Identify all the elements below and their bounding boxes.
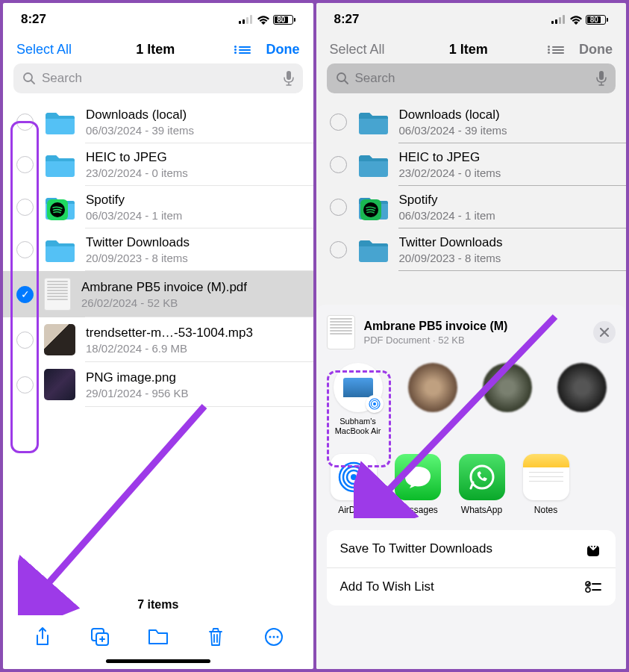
duplicate-button[interactable]: [90, 626, 110, 647]
share-thumbnail: [327, 315, 355, 349]
file-row[interactable]: Twitter Downloads20/09/2023 - 8 items: [3, 228, 313, 271]
annotation-arrow: [18, 399, 212, 615]
file-row[interactable]: HEIC to JPEG23/02/2024 - 0 items: [316, 143, 627, 186]
svg-rect-6: [287, 71, 291, 80]
share-apps: AirDrop Messages WhatsApp Notes: [327, 454, 616, 515]
file-meta: 23/02/2024 - 0 items: [86, 167, 303, 179]
svg-point-26: [351, 474, 357, 480]
file-name: Twitter Downloads: [399, 235, 616, 250]
app-notes[interactable]: Notes: [522, 454, 570, 515]
file-row[interactable]: Spotify06/03/2024 - 1 item: [316, 186, 627, 228]
svg-point-34: [586, 588, 590, 592]
file-name: Downloads (local): [399, 108, 616, 122]
item-count: 7 items: [3, 586, 313, 619]
folder-icon: [357, 110, 389, 135]
search-input[interactable]: Search: [13, 63, 303, 93]
file-row[interactable]: PNG image.png29/01/2024 - 956 KB: [3, 362, 313, 407]
image-thumbnail: [44, 369, 75, 400]
status-time: 8:27: [21, 12, 46, 27]
file-row[interactable]: Spotify06/03/2024 - 1 item: [3, 186, 313, 228]
file-row[interactable]: HEIC to JPEG23/02/2024 - 0 items: [3, 143, 313, 186]
checklist-icon: [584, 578, 602, 596]
download-icon: [584, 540, 602, 558]
search-placeholder: Search: [355, 71, 591, 86]
file-name: Twitter Downloads: [86, 235, 303, 250]
folder-icon: [44, 110, 75, 135]
airdrop-target-contact[interactable]: [404, 363, 461, 436]
file-meta: 06/03/2024 - 39 items: [399, 124, 616, 137]
airdrop-target-contact[interactable]: [554, 363, 610, 436]
list-view-icon[interactable]: [239, 46, 251, 54]
file-meta: 06/03/2024 - 1 item: [399, 209, 616, 222]
file-row[interactable]: Downloads (local)06/03/2024 - 39 items: [316, 101, 627, 143]
share-title: Ambrane PB5 invoice (M): [364, 320, 585, 333]
svg-rect-2: [246, 17, 248, 24]
whatsapp-icon: [467, 462, 497, 492]
file-name: Ambrane PB5 invoice (M).pdf: [81, 280, 303, 295]
file-row[interactable]: trendsetter-m…-53-1004.mp318/02/2024 - 6…: [3, 317, 313, 362]
more-button[interactable]: [263, 626, 284, 647]
selection-circle[interactable]: ✓: [16, 286, 34, 303]
file-row[interactable]: Downloads (local)06/03/2024 - 39 items: [3, 101, 313, 143]
share-button[interactable]: [32, 626, 53, 647]
selection-circle[interactable]: [16, 376, 34, 393]
close-icon: [600, 328, 609, 337]
selection-circle[interactable]: [16, 241, 34, 258]
selection-circle[interactable]: [16, 156, 34, 173]
folder-icon: [357, 237, 389, 263]
file-meta: 20/09/2023 - 8 items: [86, 252, 303, 264]
folder-icon: [357, 152, 389, 178]
file-row[interactable]: ✓Ambrane PB5 invoice (M).pdf26/02/2024 -…: [3, 271, 313, 317]
toolbar-title: 1 Item: [449, 42, 488, 57]
file-meta: 29/01/2024 - 956 KB: [86, 387, 303, 399]
toolbar: Select All 1 Item Done: [316, 36, 627, 63]
share-sheet: Ambrane PB5 invoice (M) PDF Document · 5…: [316, 305, 627, 669]
selection-circle[interactable]: [16, 199, 34, 216]
toolbar: Select All 1 Item Done: [3, 36, 313, 63]
svg-rect-15: [551, 21, 554, 24]
bottom-toolbar: [3, 619, 313, 647]
selection-circle[interactable]: [16, 113, 34, 131]
delete-button[interactable]: [205, 626, 226, 647]
mic-icon[interactable]: [284, 71, 294, 86]
select-all-button[interactable]: Select All: [16, 42, 72, 57]
search-icon: [336, 72, 349, 85]
app-messages[interactable]: Messages: [394, 454, 442, 515]
file-meta: 18/02/2024 - 6.9 MB: [86, 342, 303, 355]
file-name: Downloads (local): [86, 108, 303, 122]
svg-line-14: [37, 406, 204, 597]
file-row[interactable]: Twitter Downloads20/09/2023 - 8 items: [316, 228, 627, 271]
selection-circle: [330, 113, 347, 131]
file-name: Spotify: [399, 193, 616, 208]
close-button[interactable]: [593, 321, 616, 343]
status-bar: 8:27 80: [3, 3, 313, 36]
folder-icon: [44, 152, 75, 178]
file-name: PNG image.png: [86, 370, 303, 385]
status-bar: 8:27 80: [316, 3, 627, 36]
signal-icon: [239, 15, 254, 24]
action-save-to-twitter[interactable]: Save To Twitter Downloads: [327, 530, 616, 568]
app-airdrop[interactable]: AirDrop: [330, 454, 378, 515]
svg-point-23: [373, 402, 376, 405]
airdrop-target-contact[interactable]: [479, 363, 536, 436]
wifi-icon: [569, 15, 583, 25]
action-add-wishlist[interactable]: Add To Wish List: [327, 568, 616, 606]
selection-circle: [330, 241, 347, 258]
app-whatsapp[interactable]: WhatsApp: [458, 454, 506, 515]
svg-point-4: [24, 73, 32, 81]
svg-point-30: [471, 466, 493, 488]
airdrop-target-macbook[interactable]: Subham's MacBook Air: [330, 363, 387, 436]
svg-point-13: [276, 636, 278, 638]
done-button[interactable]: Done: [266, 42, 299, 57]
file-name: HEIC to JPEG: [399, 150, 616, 165]
mic-icon: [596, 71, 607, 86]
svg-line-20: [345, 81, 348, 84]
file-list: Downloads (local)06/03/2024 - 39 itemsHE…: [316, 101, 627, 271]
done-button: Done: [579, 42, 613, 57]
image-thumbnail: [44, 324, 75, 355]
move-button[interactable]: [148, 626, 169, 647]
signal-icon: [551, 15, 566, 24]
home-indicator: [106, 659, 210, 663]
selection-circle[interactable]: [16, 332, 34, 349]
file-name: trendsetter-m…-53-1004.mp3: [86, 326, 303, 340]
